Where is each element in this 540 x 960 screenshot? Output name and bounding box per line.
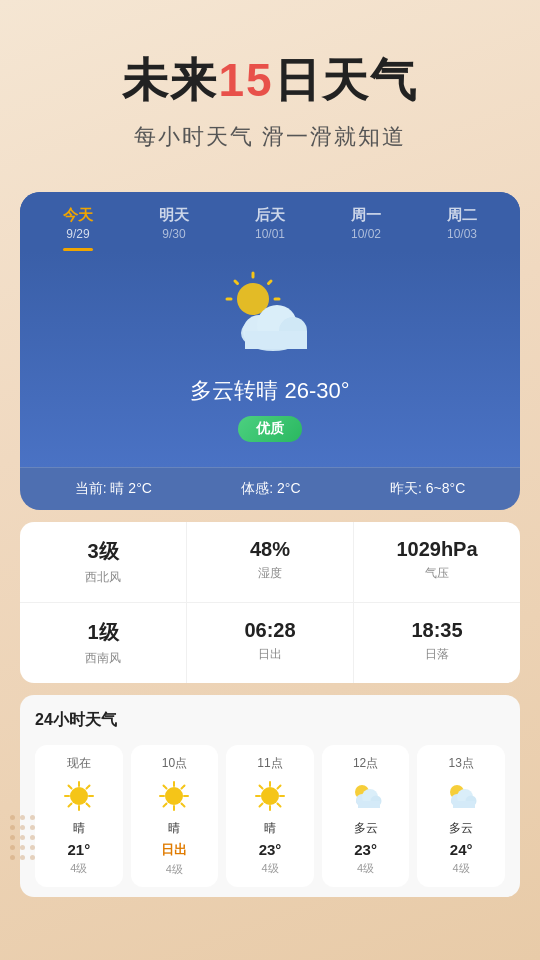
svg-line-29 [164, 804, 167, 807]
tab-tomorrow[interactable]: 明天 9/30 [126, 192, 222, 251]
svg-line-20 [68, 804, 71, 807]
sunny-icon-now [61, 778, 97, 814]
yesterday-temp: 昨天: 6~8°C [390, 480, 465, 498]
sunny-icon-10 [156, 778, 192, 814]
hourly-12-condition: 多云 [326, 820, 406, 837]
hourly-11-wind: 4级 [230, 861, 310, 876]
hourly-now: 现在 晴 21° 4级 [35, 745, 123, 887]
svg-line-36 [277, 804, 280, 807]
svg-line-28 [182, 786, 185, 789]
hourly-11-time: 11点 [230, 755, 310, 772]
hourly-section: 24小时天气 现在 [20, 695, 520, 897]
grid-row-1: 3级 西北风 48% 湿度 1029hPa 气压 [20, 522, 520, 603]
quality-badge: 优质 [238, 416, 302, 442]
tab-tue[interactable]: 周二 10/03 [414, 192, 510, 251]
svg-line-5 [235, 281, 238, 284]
current-temp: 当前: 晴 2°C [75, 480, 152, 498]
sunset-value: 18:35 [364, 619, 510, 642]
sunset-label: 日落 [364, 646, 510, 663]
sunset: 18:35 日落 [354, 603, 520, 683]
wind-level-2-label: 西南风 [30, 650, 176, 667]
hourly-13-time: 13点 [421, 755, 501, 772]
weather-main: 多云转晴 26-30° 优质 [20, 251, 520, 467]
hero-section: 未来15日天气 每小时天气 滑一滑就知道 [0, 0, 540, 182]
hourly-13: 13点 多云 24° 4级 [417, 745, 505, 887]
svg-rect-44 [358, 801, 380, 808]
humidity: 48% 湿度 [187, 522, 354, 602]
pressure-value: 1029hPa [364, 538, 510, 561]
svg-line-19 [86, 786, 89, 789]
wind-level-value: 3级 [30, 538, 176, 565]
hourly-11-condition: 晴 [230, 820, 310, 837]
hourly-13-condition: 多云 [421, 820, 501, 837]
hourly-11: 11点 晴 23° 4级 [226, 745, 314, 887]
hourly-now-condition: 晴 [39, 820, 119, 837]
cloudy-icon-12 [348, 778, 384, 814]
tab-day-after-label: 后天 [222, 206, 318, 225]
hourly-12-wind: 4级 [326, 861, 406, 876]
hourly-11-temp: 23° [230, 841, 310, 858]
sunny-icon-11 [252, 778, 288, 814]
svg-line-18 [86, 804, 89, 807]
hourly-12-temp: 23° [326, 841, 406, 858]
svg-point-21 [165, 787, 183, 805]
svg-line-26 [164, 786, 167, 789]
svg-point-12 [70, 787, 88, 805]
wind-level-2-value: 1级 [30, 619, 176, 646]
hourly-10: 10点 晴 日出 4级 [131, 745, 219, 887]
day-tabs: 今天 9/29 明天 9/30 后天 10/01 周一 10/02 周二 10/… [20, 192, 520, 251]
svg-point-30 [261, 787, 279, 805]
tab-today-label: 今天 [30, 206, 126, 225]
humidity-label: 湿度 [197, 565, 343, 582]
hourly-13-wind: 4级 [421, 861, 501, 876]
svg-line-38 [259, 804, 262, 807]
hourly-list: 现在 晴 21° 4级 [35, 745, 505, 887]
svg-line-27 [182, 804, 185, 807]
info-bar: 当前: 晴 2°C 体感: 2°C 昨天: 6~8°C [20, 467, 520, 510]
svg-line-37 [277, 786, 280, 789]
hourly-now-time: 现在 [39, 755, 119, 772]
tab-mon[interactable]: 周一 10/02 [318, 192, 414, 251]
hourly-10-condition: 晴 [135, 820, 215, 837]
tab-day-after[interactable]: 后天 10/01 [222, 192, 318, 251]
tab-tomorrow-label: 明天 [126, 206, 222, 225]
title-prefix: 未来 [122, 54, 218, 106]
tab-today-date: 9/29 [30, 227, 126, 241]
tab-day-after-date: 10/01 [222, 227, 318, 241]
tab-mon-label: 周一 [318, 206, 414, 225]
hourly-now-temp: 21° [39, 841, 119, 858]
hourly-title: 24小时天气 [35, 710, 505, 731]
cloudy-sunny-icon [215, 271, 325, 361]
hero-title: 未来15日天气 [20, 50, 520, 112]
pressure: 1029hPa 气压 [354, 522, 520, 602]
svg-line-35 [259, 786, 262, 789]
svg-rect-50 [453, 801, 475, 808]
hourly-13-temp: 24° [421, 841, 501, 858]
sunrise-value: 06:28 [197, 619, 343, 642]
sunrise-label: 日出 [197, 646, 343, 663]
weather-grid: 3级 西北风 48% 湿度 1029hPa 气压 1级 西南风 06:28 日出… [20, 522, 520, 683]
grid-row-2: 1级 西南风 06:28 日出 18:35 日落 [20, 603, 520, 683]
decorative-dots [10, 815, 35, 860]
hourly-10-wind: 4级 [135, 862, 215, 877]
title-number: 15 [218, 54, 273, 106]
weather-card: 今天 9/29 明天 9/30 后天 10/01 周一 10/02 周二 10/… [20, 192, 520, 510]
svg-rect-11 [245, 331, 307, 349]
svg-line-17 [68, 786, 71, 789]
title-suffix: 日天气 [274, 54, 418, 106]
weather-description: 多云转晴 26-30° [40, 376, 500, 406]
hourly-10-time: 10点 [135, 755, 215, 772]
weather-icon-container [40, 271, 500, 361]
cloudy-icon-13 [443, 778, 479, 814]
svg-line-2 [269, 281, 272, 284]
tab-today[interactable]: 今天 9/29 [30, 192, 126, 251]
tab-tue-date: 10/03 [414, 227, 510, 241]
tab-tomorrow-date: 9/30 [126, 227, 222, 241]
pressure-label: 气压 [364, 565, 510, 582]
feels-like: 体感: 2°C [241, 480, 300, 498]
hourly-now-wind: 4级 [39, 861, 119, 876]
sunrise: 06:28 日出 [187, 603, 354, 683]
hero-subtitle: 每小时天气 滑一滑就知道 [20, 122, 520, 152]
hourly-12: 12点 多云 23° 4级 [322, 745, 410, 887]
hourly-10-sub: 日出 [135, 841, 215, 859]
